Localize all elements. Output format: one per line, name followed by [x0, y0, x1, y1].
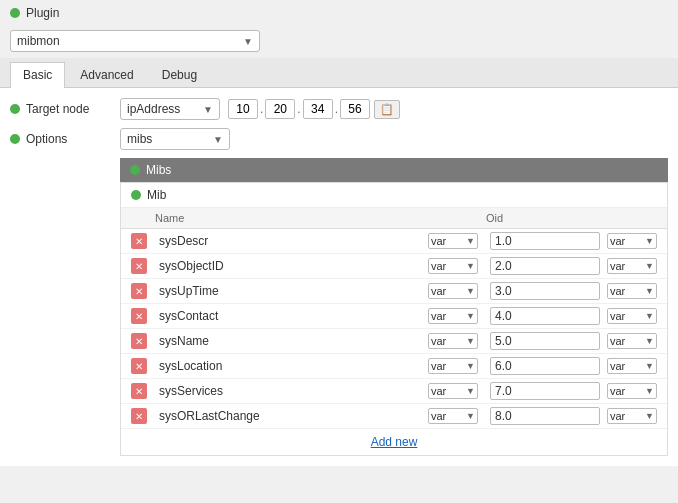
- target-node-dropdown-value: ipAddress: [127, 102, 180, 116]
- plugin-status-dot: [10, 8, 20, 18]
- delete-button[interactable]: ✕: [131, 308, 147, 324]
- mibs-header-dot: [130, 165, 140, 175]
- var2-dropdown[interactable]: var ▼: [607, 283, 657, 299]
- var1-dropdown[interactable]: var ▼: [428, 233, 478, 249]
- var2-dropdown[interactable]: var ▼: [607, 308, 657, 324]
- var2-dropdown[interactable]: var ▼: [607, 233, 657, 249]
- mibs-panel: Mibs Mib Name Oid ✕ sysDescr: [120, 158, 668, 456]
- col-name-header: Name: [151, 212, 427, 224]
- table-row: ✕ sysName var ▼ var ▼: [121, 329, 667, 354]
- delete-button[interactable]: ✕: [131, 233, 147, 249]
- mib-name: sysLocation: [155, 359, 222, 373]
- mib-name: sysDescr: [155, 234, 208, 248]
- mib-name: sysUpTime: [155, 284, 219, 298]
- table-row: ✕ sysServices var ▼ var ▼: [121, 379, 667, 404]
- col-oid-header: Oid: [482, 212, 602, 224]
- options-dropdown[interactable]: mibs ▼: [120, 128, 230, 150]
- ip-seg4[interactable]: [340, 99, 370, 119]
- oid-input[interactable]: [490, 357, 600, 375]
- var2-dropdown[interactable]: var ▼: [607, 408, 657, 424]
- options-row: Options mibs ▼: [10, 128, 668, 150]
- mibs-header-label: Mibs: [146, 163, 171, 177]
- var1-dropdown[interactable]: var ▼: [428, 383, 478, 399]
- oid-input[interactable]: [490, 282, 600, 300]
- options-dropdown-value: mibs: [127, 132, 152, 146]
- delete-button[interactable]: ✕: [131, 258, 147, 274]
- delete-button[interactable]: ✕: [131, 383, 147, 399]
- delete-button[interactable]: ✕: [131, 358, 147, 374]
- oid-input[interactable]: [490, 407, 600, 425]
- ip-dot-3: .: [333, 102, 340, 116]
- table-row: ✕ sysORLastChange var ▼ var ▼: [121, 404, 667, 429]
- mib-row-header: Mib: [121, 183, 667, 208]
- table-row: ✕ sysObjectID var ▼ var ▼: [121, 254, 667, 279]
- ip-copy-button[interactable]: 📋: [374, 100, 400, 119]
- var2-dropdown[interactable]: var ▼: [607, 383, 657, 399]
- mib-name: sysName: [155, 334, 209, 348]
- mib-label: Mib: [147, 188, 166, 202]
- mib-name: sysObjectID: [155, 259, 224, 273]
- ip-address-fields: . . . 📋: [228, 99, 400, 119]
- content-area: Target node ipAddress ▼ . . . 📋 Options …: [0, 88, 678, 466]
- tabs-bar: Basic Advanced Debug: [0, 58, 678, 88]
- var1-dropdown[interactable]: var ▼: [428, 258, 478, 274]
- var1-dropdown[interactable]: var ▼: [428, 283, 478, 299]
- var2-dropdown[interactable]: var ▼: [607, 258, 657, 274]
- mib-section: Mib Name Oid ✕ sysDescr var ▼: [120, 182, 668, 456]
- add-new-row: Add new: [121, 429, 667, 455]
- target-node-dropdown-arrow: ▼: [195, 104, 213, 115]
- mib-name: sysORLastChange: [155, 409, 260, 423]
- plugin-dropdown[interactable]: mibmon ▼: [10, 30, 260, 52]
- oid-input[interactable]: [490, 332, 600, 350]
- options-label-group: Options: [10, 132, 120, 146]
- options-label: Options: [26, 132, 67, 146]
- var2-dropdown[interactable]: var ▼: [607, 333, 657, 349]
- var1-dropdown[interactable]: var ▼: [428, 308, 478, 324]
- tab-basic[interactable]: Basic: [10, 62, 65, 88]
- var1-dropdown[interactable]: var ▼: [428, 408, 478, 424]
- oid-input[interactable]: [490, 257, 600, 275]
- mib-rows-container: ✕ sysDescr var ▼ var ▼ ✕ sysObjectID: [121, 229, 667, 429]
- target-node-row: Target node ipAddress ▼ . . . 📋: [10, 98, 668, 120]
- ip-seg2[interactable]: [265, 99, 295, 119]
- plugin-dropdown-arrow: ▼: [235, 36, 253, 47]
- delete-button[interactable]: ✕: [131, 333, 147, 349]
- var2-dropdown[interactable]: var ▼: [607, 358, 657, 374]
- ip-seg1[interactable]: [228, 99, 258, 119]
- target-node-label: Target node: [26, 102, 89, 116]
- table-row: ✕ sysUpTime var ▼ var ▼: [121, 279, 667, 304]
- oid-input[interactable]: [490, 307, 600, 325]
- mib-table-header: Name Oid: [121, 208, 667, 229]
- plugin-dropdown-row: mibmon ▼: [0, 26, 678, 58]
- ip-seg3[interactable]: [303, 99, 333, 119]
- target-node-dropdown[interactable]: ipAddress ▼: [120, 98, 220, 120]
- options-dropdown-arrow: ▼: [205, 134, 223, 145]
- tab-debug[interactable]: Debug: [149, 62, 210, 87]
- oid-input[interactable]: [490, 232, 600, 250]
- delete-button[interactable]: ✕: [131, 408, 147, 424]
- tab-advanced[interactable]: Advanced: [67, 62, 146, 87]
- mib-dot: [131, 190, 141, 200]
- mib-name: sysContact: [155, 309, 218, 323]
- table-row: ✕ sysDescr var ▼ var ▼: [121, 229, 667, 254]
- target-node-dot: [10, 104, 20, 114]
- mibs-header: Mibs: [120, 158, 668, 182]
- table-row: ✕ sysLocation var ▼ var ▼: [121, 354, 667, 379]
- ip-dot-1: .: [258, 102, 265, 116]
- mib-name: sysServices: [155, 384, 223, 398]
- var1-dropdown[interactable]: var ▼: [428, 333, 478, 349]
- plugin-dropdown-value: mibmon: [17, 34, 60, 48]
- target-node-label-group: Target node: [10, 102, 120, 116]
- var1-dropdown[interactable]: var ▼: [428, 358, 478, 374]
- ip-dot-2: .: [295, 102, 302, 116]
- plugin-label: Plugin: [26, 6, 59, 20]
- oid-input[interactable]: [490, 382, 600, 400]
- plugin-header: Plugin: [0, 0, 678, 26]
- table-row: ✕ sysContact var ▼ var ▼: [121, 304, 667, 329]
- delete-button[interactable]: ✕: [131, 283, 147, 299]
- add-new-link[interactable]: Add new: [371, 435, 418, 449]
- options-dot: [10, 134, 20, 144]
